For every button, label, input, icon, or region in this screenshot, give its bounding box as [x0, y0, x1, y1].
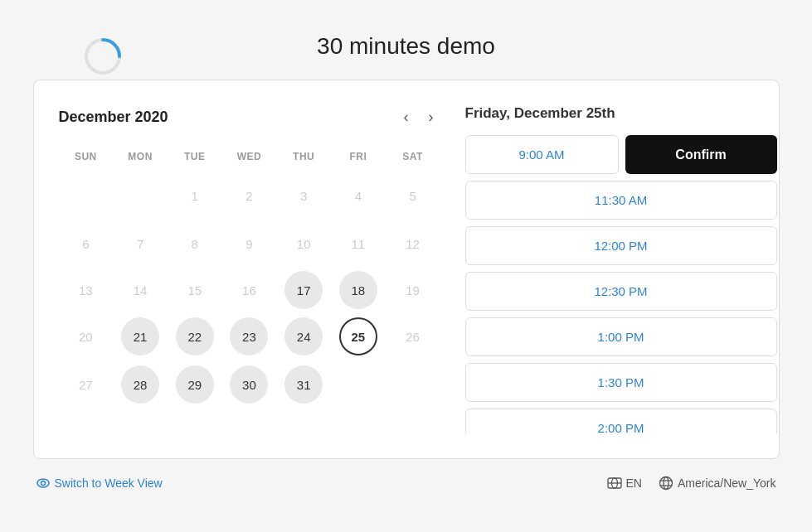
day-cell[interactable]: 24 — [284, 317, 323, 355]
day-cell — [66, 175, 105, 213]
calendar-cell: 5 — [386, 171, 440, 220]
day-cell[interactable]: 31 — [284, 365, 323, 404]
switch-view-link[interactable]: Switch to Week View — [36, 476, 163, 490]
day-cell: 15 — [176, 271, 214, 309]
calendar-cell: 13 — [59, 267, 114, 313]
time-slot-button[interactable]: 1:00 PM — [465, 317, 777, 356]
day-header-tue: TUE — [168, 146, 222, 171]
calendar-cell: 23 — [222, 313, 277, 360]
day-headers-row: SUNMONTUEWEDTHUFRISAT — [59, 146, 440, 171]
time-slot-button[interactable]: 2:00 PM — [465, 409, 777, 433]
calendar-cell: 19 — [386, 267, 440, 313]
day-cell: 2 — [230, 177, 268, 215]
day-cell — [339, 364, 377, 402]
day-cell — [121, 175, 159, 213]
next-month-button[interactable]: › — [422, 105, 440, 129]
calendar-section: December 2020 ‹ › SUNMONTUEWEDTHUFRISAT … — [59, 105, 440, 433]
confirm-button[interactable]: Confirm — [625, 135, 777, 174]
calendar-cell: 28 — [113, 360, 168, 409]
time-slot-button[interactable]: 12:00 PM — [465, 226, 777, 265]
timezone-label: America/New_York — [678, 476, 776, 490]
day-cell[interactable]: 25 — [339, 317, 377, 355]
eye-icon — [36, 476, 50, 490]
logo-spinner — [83, 36, 123, 76]
svg-point-1 — [37, 479, 49, 487]
time-slot-button[interactable]: 9:00 AM — [465, 135, 619, 174]
calendar-cell: 22 — [168, 313, 222, 360]
day-cell: 14 — [121, 271, 159, 309]
calendar-cell: 24 — [276, 313, 331, 360]
footer-right: EN America/New_York — [607, 476, 776, 491]
calendar-cell: 17 — [276, 267, 331, 313]
calendar-week-row: 2728293031 — [59, 360, 440, 409]
day-header-fri: FRI — [331, 146, 386, 171]
day-cell: 10 — [284, 225, 323, 263]
calendar-week-row: 6789101112 — [59, 220, 440, 267]
calendar-cell — [59, 171, 114, 220]
time-slot-button[interactable]: 12:30 PM — [465, 272, 777, 311]
language-label: EN — [626, 476, 642, 490]
calendar-month-label: December 2020 — [59, 109, 168, 126]
day-cell[interactable]: 30 — [230, 365, 268, 404]
day-cell[interactable]: 22 — [176, 317, 214, 355]
calendar-week-row: 12345 — [59, 171, 440, 220]
calendar-body: 1234567891011121314151617181920212223242… — [59, 171, 440, 409]
prev-month-button[interactable]: ‹ — [397, 105, 416, 129]
calendar-week-row: 13141516171819 — [59, 267, 440, 313]
calendar-cell: 1 — [168, 171, 222, 220]
calendar-cell — [386, 360, 440, 409]
day-header-wed: WED — [222, 146, 277, 171]
day-cell: 3 — [284, 177, 323, 215]
calendar-cell: 7 — [113, 220, 168, 267]
globe-icon — [659, 476, 673, 491]
calendar-cell: 9 — [222, 220, 277, 267]
day-cell[interactable]: 18 — [339, 271, 377, 309]
calendar-cell: 11 — [331, 220, 386, 267]
day-cell: 9 — [230, 225, 268, 263]
calendar-cell: 26 — [386, 313, 440, 360]
language-selector[interactable]: EN — [607, 476, 642, 491]
day-cell: 27 — [66, 365, 105, 404]
day-cell: 13 — [66, 271, 105, 309]
calendar-cell — [331, 360, 386, 409]
timezone-selector[interactable]: America/New_York — [659, 476, 776, 491]
time-slot-button[interactable]: 11:30 AM — [465, 181, 777, 220]
day-cell: 16 — [230, 271, 268, 309]
calendar-cell: 4 — [331, 171, 386, 220]
calendar-week-row: 20212223242526 — [59, 313, 440, 360]
day-header-sun: SUN — [59, 146, 114, 171]
calendar-cell: 27 — [59, 360, 114, 409]
calendar-cell: 29 — [168, 360, 222, 409]
svg-point-6 — [659, 477, 672, 490]
day-cell: 1 — [176, 177, 214, 215]
day-cell[interactable]: 29 — [176, 365, 214, 404]
calendar-cell: 18 — [331, 267, 386, 313]
calendar-header: December 2020 ‹ › — [59, 105, 440, 129]
day-cell[interactable]: 23 — [230, 317, 268, 355]
footer: Switch to Week View EN America/New_York — [33, 476, 780, 491]
day-header-mon: MON — [113, 146, 168, 171]
calendar-cell: 20 — [59, 313, 114, 360]
day-cell: 11 — [339, 225, 377, 263]
day-cell: 5 — [394, 177, 432, 215]
calendar-nav: ‹ › — [397, 105, 440, 129]
calendar-cell: 14 — [113, 267, 168, 313]
language-icon — [607, 476, 622, 491]
day-cell: 4 — [339, 177, 377, 215]
day-cell[interactable]: 17 — [284, 271, 323, 309]
time-slots-container: 9:00 AMConfirm11:30 AM12:00 PM12:30 PM1:… — [465, 135, 780, 433]
day-cell[interactable]: 21 — [121, 317, 159, 355]
time-slot-selected-row: 9:00 AMConfirm — [465, 135, 777, 174]
day-cell: 20 — [66, 317, 105, 355]
calendar-cell: 21 — [113, 313, 168, 360]
day-cell: 6 — [66, 225, 105, 263]
switch-view-label: Switch to Week View — [55, 476, 163, 490]
page-title: 30 minutes demo — [317, 33, 495, 60]
calendar-cell: 10 — [276, 220, 331, 267]
time-section: Friday, December 25th 9:00 AMConfirm11:3… — [465, 105, 780, 433]
calendar-cell: 15 — [168, 267, 222, 313]
time-slot-button[interactable]: 1:30 PM — [465, 363, 777, 402]
day-cell[interactable]: 28 — [121, 365, 159, 404]
svg-point-7 — [664, 477, 669, 490]
calendar-cell: 12 — [386, 220, 440, 267]
